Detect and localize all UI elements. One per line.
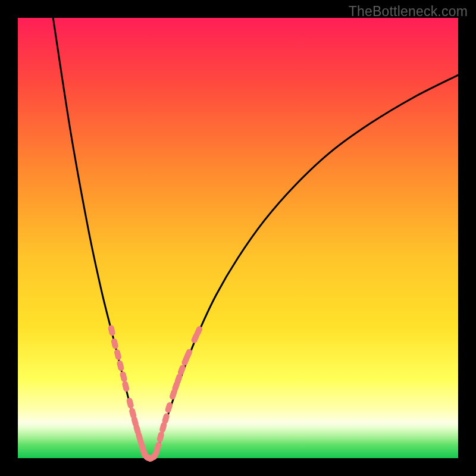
watermark-text: TheBottleneck.com bbox=[349, 4, 468, 20]
chart-container: TheBottleneck.com bbox=[0, 0, 476, 476]
chart-plot-bg bbox=[18, 18, 458, 458]
chart-svg bbox=[0, 0, 476, 476]
